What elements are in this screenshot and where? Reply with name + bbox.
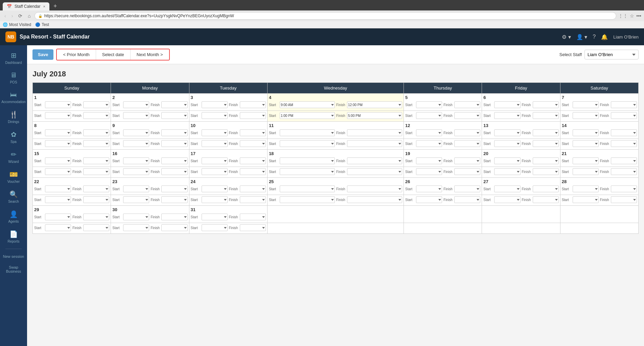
finish-time-select[interactable] (611, 101, 637, 108)
start-time-select-2[interactable] (202, 196, 228, 203)
finish-time-select[interactable] (347, 129, 402, 136)
finish-time-select-2[interactable] (240, 168, 266, 175)
finish-time-select[interactable] (240, 157, 266, 164)
finish-time-select-2[interactable] (533, 168, 559, 175)
finish-time-select-2[interactable] (347, 168, 402, 175)
start-time-select[interactable] (202, 186, 228, 192)
address-bar[interactable]: 🔒 https://secure.netbookings.com.au/test… (34, 12, 616, 20)
finish-time-select[interactable] (83, 101, 109, 108)
sidebar-item-agents[interactable]: 👤 Agents (0, 207, 27, 226)
help-icon[interactable]: ? (593, 34, 596, 40)
finish-time-select[interactable] (347, 157, 402, 164)
finish-time-select-2[interactable] (240, 112, 266, 119)
start-time-select-2[interactable] (202, 140, 228, 147)
sidebar-item-wizard[interactable]: ✏ Wizard (0, 148, 27, 166)
start-time-select-2[interactable] (416, 168, 442, 175)
start-time-select[interactable] (494, 157, 520, 164)
sidebar-item-dinings[interactable]: 🍴 Dinings (0, 108, 27, 126)
finish-time-select-2[interactable] (454, 196, 480, 203)
finish-time-select[interactable] (611, 157, 637, 164)
finish-time-select[interactable] (83, 129, 109, 136)
start-time-select-2[interactable]: 1:00 PM (280, 112, 335, 119)
finish-time-select-2[interactable] (454, 168, 480, 175)
finish-time-select[interactable] (611, 186, 637, 192)
start-time-select-2[interactable] (573, 112, 599, 119)
refresh-button[interactable]: ⟳ (17, 13, 24, 19)
start-time-select[interactable] (123, 129, 149, 136)
finish-time-select-2[interactable] (347, 140, 402, 147)
finish-time-select[interactable] (454, 101, 480, 108)
start-time-select[interactable] (573, 157, 599, 164)
start-time-select[interactable] (416, 186, 442, 192)
finish-time-select[interactable] (240, 186, 266, 192)
start-time-select-2[interactable] (123, 112, 149, 119)
start-time-select[interactable] (416, 157, 442, 164)
notification-icon[interactable]: 🔔 (601, 34, 608, 40)
extensions-icon[interactable]: ⋮⋮ (618, 13, 628, 19)
save-button[interactable]: Save (32, 49, 53, 60)
sidebar-new-session[interactable]: New session (0, 252, 27, 261)
staff-select[interactable]: Liam O'Brien (584, 50, 639, 59)
bookmark-most-visited[interactable]: 🌐 Most Visited (3, 22, 31, 27)
start-time-select[interactable] (494, 101, 520, 108)
finish-time-select-2[interactable] (161, 112, 187, 119)
finish-time-select-2[interactable] (161, 140, 187, 147)
start-time-select[interactable] (416, 101, 442, 108)
finish-time-select[interactable] (240, 214, 266, 220)
finish-time-select-2[interactable] (83, 196, 109, 203)
finish-time-select-2[interactable] (240, 140, 266, 147)
finish-time-select[interactable] (533, 186, 559, 192)
finish-time-select[interactable] (533, 129, 559, 136)
finish-time-select[interactable] (454, 129, 480, 136)
sidebar-item-voucher[interactable]: 🎫 Voucher (0, 168, 27, 186)
finish-time-select-2[interactable] (611, 140, 637, 147)
next-month-button[interactable]: Next Month > (131, 49, 169, 60)
sidebar-swap-business[interactable]: Swap Business (0, 263, 27, 276)
start-time-select[interactable] (494, 186, 520, 192)
finish-time-select[interactable] (161, 186, 187, 192)
finish-time-select[interactable] (454, 157, 480, 164)
finish-time-select[interactable] (533, 101, 559, 108)
prior-month-button[interactable]: < Prior Month (57, 49, 96, 60)
sidebar-item-spa[interactable]: ✿ Spa (0, 128, 27, 146)
start-time-select[interactable] (45, 101, 71, 108)
finish-time-select[interactable] (83, 157, 109, 164)
finish-time-select[interactable] (454, 186, 480, 192)
new-tab-button[interactable]: + (51, 2, 60, 10)
start-time-select-2[interactable] (494, 140, 520, 147)
finish-time-select[interactable] (533, 157, 559, 164)
start-time-select[interactable] (416, 129, 442, 136)
finish-time-select[interactable] (161, 129, 187, 136)
select-date-button[interactable]: Select date (96, 49, 131, 60)
finish-time-select[interactable] (161, 157, 187, 164)
finish-time-select-2[interactable] (533, 140, 559, 147)
start-time-select[interactable] (123, 101, 149, 108)
start-time-select[interactable]: 9:00 AM (280, 101, 335, 108)
start-time-select-2[interactable] (416, 196, 442, 203)
finish-time-select[interactable] (347, 186, 402, 192)
start-time-select-2[interactable] (494, 112, 520, 119)
finish-time-select-2[interactable] (611, 196, 637, 203)
start-time-select-2[interactable] (202, 112, 228, 119)
start-time-select[interactable] (280, 186, 335, 192)
start-time-select[interactable] (202, 157, 228, 164)
start-time-select[interactable] (45, 214, 71, 220)
finish-time-select-2[interactable] (454, 140, 480, 147)
start-time-select-2[interactable] (123, 224, 149, 231)
sidebar-item-dashboard[interactable]: ⊞ Dashboard (0, 49, 27, 67)
finish-time-select-2[interactable] (161, 196, 187, 203)
start-time-select[interactable] (45, 186, 71, 192)
start-time-select[interactable] (45, 129, 71, 136)
start-time-select[interactable] (573, 101, 599, 108)
start-time-select[interactable] (573, 186, 599, 192)
start-time-select-2[interactable] (45, 224, 71, 231)
finish-time-select-2[interactable] (611, 168, 637, 175)
start-time-select-2[interactable] (573, 168, 599, 175)
finish-time-select-2[interactable] (533, 112, 559, 119)
start-time-select-2[interactable] (123, 140, 149, 147)
start-time-select-2[interactable] (202, 224, 228, 231)
start-time-select-2[interactable] (280, 168, 335, 175)
sidebar-item-reports[interactable]: 📄 Reports (0, 227, 27, 246)
start-time-select[interactable] (202, 129, 228, 136)
start-time-select-2[interactable] (494, 168, 520, 175)
